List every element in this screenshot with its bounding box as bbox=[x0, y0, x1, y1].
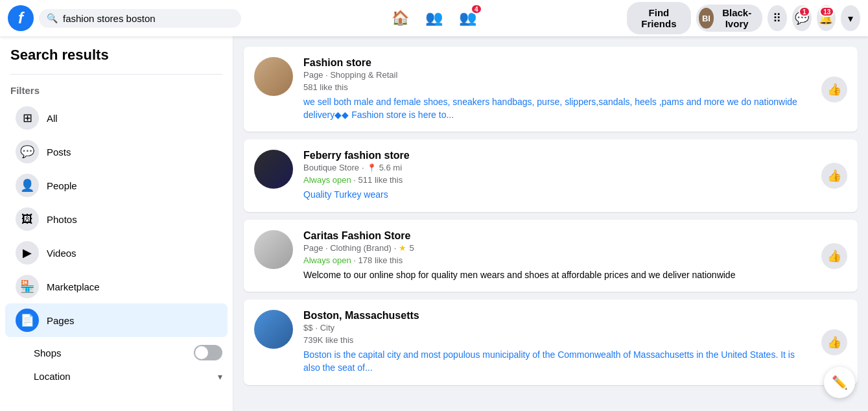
result-info: Caritas Fashion Store Page · Clothing (B… bbox=[303, 230, 811, 282]
sidebar-item-label: Videos bbox=[47, 248, 76, 259]
like-button[interactable]: 👍 bbox=[821, 163, 847, 189]
result-meta: Page · Clothing (Brand) · ★ 5 bbox=[303, 243, 811, 253]
thumbs-up-icon: 👍 bbox=[827, 169, 841, 183]
result-info: Feberry fashion store Boutique Store · 📍… bbox=[303, 150, 811, 202]
result-avatar bbox=[254, 150, 293, 189]
result-description: Boston is the capital city and most popu… bbox=[303, 349, 811, 374]
nav-center: 🏠 👥 👥 4 bbox=[241, 3, 627, 34]
sidebar-item-label: Marketplace bbox=[47, 281, 100, 292]
videos-icon: ▶ bbox=[16, 241, 39, 264]
user-name: Black-Ivory bbox=[718, 7, 756, 29]
sidebar-item-people[interactable]: 👤 People bbox=[5, 169, 228, 202]
result-likes: 511 like this bbox=[358, 175, 403, 185]
location-filter-item[interactable]: Location ▾ bbox=[34, 366, 222, 387]
result-avatar bbox=[254, 310, 293, 349]
account-menu-button[interactable]: ▾ bbox=[841, 5, 860, 31]
price-tag: $$ bbox=[303, 323, 312, 333]
notifications-button[interactable]: 🔔 13 bbox=[817, 5, 836, 31]
main-layout: Search results Filters ⊞ All 💬 Posts 👤 P… bbox=[0, 36, 868, 411]
facebook-logo[interactable]: f bbox=[8, 5, 34, 31]
find-friends-button[interactable]: Find Friends bbox=[627, 2, 691, 34]
result-avatar bbox=[254, 230, 293, 269]
result-name[interactable]: Caritas Fashion Store bbox=[303, 230, 811, 242]
shops-label: Shops bbox=[34, 347, 62, 358]
thumbs-up-icon: 👍 bbox=[827, 82, 841, 97]
sidebar-item-videos[interactable]: ▶ Videos bbox=[5, 236, 228, 270]
chevron-down-icon: ▾ bbox=[848, 12, 853, 25]
top-navigation: f 🔍 🏠 👥 👥 4 Find Friends BI Black-Ivory … bbox=[0, 0, 868, 36]
search-icon: 🔍 bbox=[47, 13, 58, 23]
apps-menu-button[interactable]: ⠿ bbox=[768, 5, 787, 31]
location-pin-icon: 📍 bbox=[367, 163, 377, 172]
result-card: Caritas Fashion Store Page · Clothing (B… bbox=[244, 220, 858, 292]
result-likes: 739K like this bbox=[303, 335, 811, 345]
result-description: we sell both male and female shoes, snea… bbox=[303, 96, 811, 121]
grid-icon: ⠿ bbox=[773, 11, 781, 25]
friends-nav-button[interactable]: 👥 bbox=[419, 3, 450, 34]
result-name[interactable]: Fashion store bbox=[303, 57, 811, 69]
messenger-badge: 1 bbox=[799, 6, 810, 17]
star-icon: ★ bbox=[399, 243, 406, 253]
compose-button[interactable]: ✏️ bbox=[824, 367, 855, 398]
sidebar-item-pages[interactable]: 📄 Pages bbox=[5, 303, 228, 337]
result-hours-likes: Always open · 511 like this bbox=[303, 175, 811, 185]
result-meta: Page · Shopping & Retail bbox=[303, 70, 811, 80]
posts-icon: 💬 bbox=[16, 140, 39, 163]
home-nav-button[interactable]: 🏠 bbox=[385, 3, 416, 34]
result-avatar bbox=[254, 57, 293, 96]
sidebar-item-label: Pages bbox=[47, 315, 75, 326]
result-likes: 581 like this bbox=[303, 82, 811, 92]
thumbs-up-icon: 👍 bbox=[827, 335, 841, 349]
toggle-knob bbox=[195, 346, 208, 359]
location-label: Location bbox=[34, 371, 71, 382]
result-likes: 178 like this bbox=[358, 255, 403, 265]
shops-toggle[interactable] bbox=[194, 345, 222, 360]
result-card: Feberry fashion store Boutique Store · 📍… bbox=[244, 139, 858, 212]
like-button[interactable]: 👍 bbox=[821, 243, 847, 269]
sidebar-item-label: Photos bbox=[47, 214, 77, 225]
search-results-content: Fashion store Page · Shopping & Retail 5… bbox=[233, 36, 868, 411]
nav-left: f 🔍 bbox=[8, 5, 241, 31]
filters-label: Filters bbox=[0, 80, 233, 101]
notifications-badge: 13 bbox=[819, 6, 834, 17]
pages-icon: 📄 bbox=[16, 309, 39, 332]
friends-icon: 👥 bbox=[425, 10, 443, 27]
nav-right: Find Friends BI Black-Ivory ⠿ 💬 1 🔔 13 ▾ bbox=[627, 2, 860, 34]
like-button[interactable]: 👍 bbox=[821, 76, 847, 102]
avatar: BI bbox=[699, 8, 714, 29]
sidebar-sub-section: Shops Location ▾ bbox=[0, 337, 233, 390]
groups-nav-button[interactable]: 👥 4 bbox=[452, 3, 484, 34]
groups-badge: 4 bbox=[471, 4, 482, 14]
sidebar-item-all[interactable]: ⊞ All bbox=[5, 101, 228, 135]
messenger-button[interactable]: 💬 1 bbox=[792, 5, 812, 31]
sidebar-item-marketplace[interactable]: 🏪 Marketplace bbox=[5, 270, 228, 303]
sidebar: Search results Filters ⊞ All 💬 Posts 👤 P… bbox=[0, 36, 233, 411]
search-input[interactable] bbox=[63, 13, 233, 24]
people-icon: 👤 bbox=[16, 174, 39, 197]
shops-filter-item: Shops bbox=[34, 340, 222, 366]
sidebar-item-label: People bbox=[47, 180, 77, 191]
sidebar-item-label: All bbox=[47, 113, 58, 124]
result-card: Fashion store Page · Shopping & Retail 5… bbox=[244, 47, 858, 132]
result-info: Fashion store Page · Shopping & Retail 5… bbox=[303, 57, 811, 121]
page-title: Search results bbox=[0, 47, 233, 69]
photos-icon: 🖼 bbox=[16, 207, 39, 231]
result-description: Quality Turkey wears bbox=[303, 189, 811, 202]
search-bar[interactable]: 🔍 bbox=[39, 9, 241, 28]
result-description: Welcome to our online shop for quality m… bbox=[303, 269, 811, 282]
result-info: Boston, Massachusetts $$ · City 739K lik… bbox=[303, 310, 811, 374]
home-icon: 🏠 bbox=[392, 10, 409, 27]
user-profile-button[interactable]: BI Black-Ivory bbox=[696, 5, 762, 32]
result-name[interactable]: Boston, Massachusetts bbox=[303, 310, 811, 322]
sidebar-divider bbox=[10, 74, 222, 75]
result-name[interactable]: Feberry fashion store bbox=[303, 150, 811, 161]
result-meta: $$ · City bbox=[303, 323, 811, 333]
sidebar-item-photos[interactable]: 🖼 Photos bbox=[5, 202, 228, 236]
result-meta: Boutique Store · 📍 5.6 mi bbox=[303, 163, 811, 172]
all-icon: ⊞ bbox=[16, 106, 39, 130]
like-button[interactable]: 👍 bbox=[821, 329, 847, 355]
marketplace-icon: 🏪 bbox=[16, 275, 39, 298]
result-hours-likes: Always open · 178 like this bbox=[303, 255, 811, 265]
sidebar-item-posts[interactable]: 💬 Posts bbox=[5, 135, 228, 169]
sidebar-item-label: Posts bbox=[47, 147, 71, 158]
